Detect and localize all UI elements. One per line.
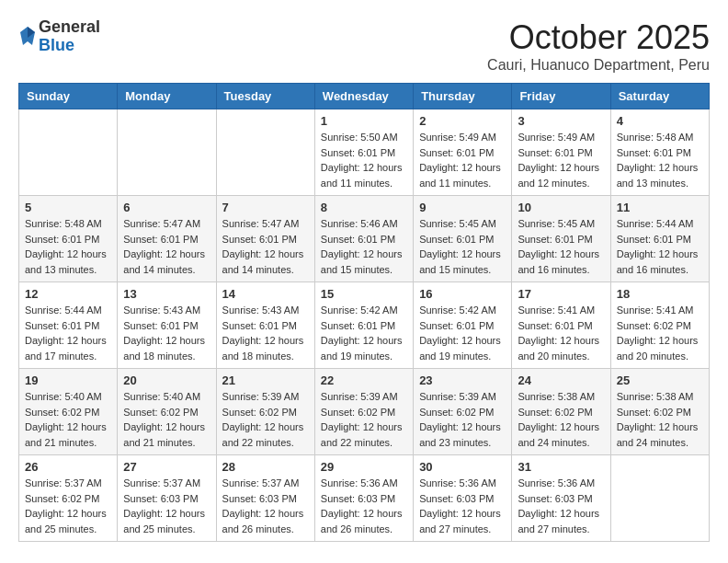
day-info: Sunrise: 5:48 AMSunset: 6:01 PMDaylight:… bbox=[25, 216, 111, 277]
calendar-cell: 9Sunrise: 5:45 AMSunset: 6:01 PMDaylight… bbox=[414, 196, 512, 282]
day-info: Sunrise: 5:42 AMSunset: 6:01 PMDaylight:… bbox=[419, 303, 506, 363]
calendar-cell: 7Sunrise: 5:47 AMSunset: 6:01 PMDaylight… bbox=[216, 196, 314, 282]
calendar-cell: 26Sunrise: 5:37 AMSunset: 6:02 PMDayligh… bbox=[19, 455, 118, 542]
day-number: 22 bbox=[321, 373, 407, 387]
calendar-week-2: 5Sunrise: 5:48 AMSunset: 6:01 PMDaylight… bbox=[19, 196, 710, 282]
day-number: 9 bbox=[419, 201, 506, 214]
calendar-header-friday: Friday bbox=[512, 84, 610, 109]
day-info: Sunrise: 5:37 AMSunset: 6:03 PMDaylight:… bbox=[222, 476, 309, 536]
calendar-cell: 3Sunrise: 5:49 AMSunset: 6:01 PMDaylight… bbox=[512, 109, 610, 196]
calendar-week-4: 19Sunrise: 5:40 AMSunset: 6:02 PMDayligh… bbox=[19, 369, 710, 455]
day-number: 1 bbox=[321, 114, 407, 128]
day-number: 19 bbox=[25, 373, 111, 387]
location-subtitle: Cauri, Huanuco Department, Peru bbox=[487, 57, 710, 74]
day-info: Sunrise: 5:37 AMSunset: 6:02 PMDaylight:… bbox=[25, 476, 111, 536]
day-info: Sunrise: 5:47 AMSunset: 6:01 PMDaylight:… bbox=[123, 216, 210, 277]
day-info: Sunrise: 5:50 AMSunset: 6:01 PMDaylight:… bbox=[321, 130, 407, 190]
day-info: Sunrise: 5:46 AMSunset: 6:01 PMDaylight:… bbox=[321, 216, 407, 277]
calendar-week-5: 26Sunrise: 5:37 AMSunset: 6:02 PMDayligh… bbox=[19, 455, 710, 542]
calendar-table: SundayMondayTuesdayWednesdayThursdayFrid… bbox=[18, 83, 710, 542]
calendar-cell: 19Sunrise: 5:40 AMSunset: 6:02 PMDayligh… bbox=[19, 369, 118, 455]
day-number: 14 bbox=[222, 287, 309, 301]
day-info: Sunrise: 5:43 AMSunset: 6:01 PMDaylight:… bbox=[123, 303, 210, 363]
logo: General Blue bbox=[18, 18, 100, 55]
day-number: 15 bbox=[321, 287, 407, 301]
day-number: 16 bbox=[419, 287, 506, 301]
day-number: 20 bbox=[123, 373, 210, 387]
day-info: Sunrise: 5:45 AMSunset: 6:01 PMDaylight:… bbox=[419, 216, 506, 277]
calendar-cell: 1Sunrise: 5:50 AMSunset: 6:01 PMDaylight… bbox=[314, 109, 413, 196]
day-info: Sunrise: 5:49 AMSunset: 6:01 PMDaylight:… bbox=[419, 130, 506, 190]
calendar-week-1: 1Sunrise: 5:50 AMSunset: 6:01 PMDaylight… bbox=[19, 109, 710, 196]
calendar-cell: 25Sunrise: 5:38 AMSunset: 6:02 PMDayligh… bbox=[610, 369, 709, 455]
calendar-cell: 12Sunrise: 5:44 AMSunset: 6:01 PMDayligh… bbox=[19, 282, 118, 369]
day-number: 2 bbox=[419, 114, 506, 128]
calendar-cell: 8Sunrise: 5:46 AMSunset: 6:01 PMDaylight… bbox=[314, 196, 413, 282]
month-title: October 2025 bbox=[487, 18, 710, 57]
day-number: 7 bbox=[222, 201, 309, 214]
day-info: Sunrise: 5:44 AMSunset: 6:01 PMDaylight:… bbox=[25, 303, 111, 363]
calendar-header-sunday: Sunday bbox=[19, 84, 118, 109]
calendar-week-3: 12Sunrise: 5:44 AMSunset: 6:01 PMDayligh… bbox=[19, 282, 710, 369]
day-info: Sunrise: 5:42 AMSunset: 6:01 PMDaylight:… bbox=[321, 303, 407, 363]
day-number: 23 bbox=[419, 373, 506, 387]
calendar-header-tuesday: Tuesday bbox=[216, 84, 314, 109]
calendar-cell bbox=[118, 109, 216, 196]
calendar-cell: 2Sunrise: 5:49 AMSunset: 6:01 PMDaylight… bbox=[414, 109, 512, 196]
day-info: Sunrise: 5:40 AMSunset: 6:02 PMDaylight:… bbox=[25, 389, 111, 450]
day-number: 6 bbox=[123, 201, 210, 214]
logo-blue-text: Blue bbox=[39, 37, 100, 55]
day-number: 31 bbox=[518, 460, 604, 474]
calendar-cell: 29Sunrise: 5:36 AMSunset: 6:03 PMDayligh… bbox=[314, 455, 413, 542]
calendar-cell: 22Sunrise: 5:39 AMSunset: 6:02 PMDayligh… bbox=[314, 369, 413, 455]
calendar-cell: 10Sunrise: 5:45 AMSunset: 6:01 PMDayligh… bbox=[512, 196, 610, 282]
logo-icon bbox=[18, 25, 37, 47]
day-number: 10 bbox=[518, 201, 604, 214]
calendar-body: 1Sunrise: 5:50 AMSunset: 6:01 PMDaylight… bbox=[19, 109, 710, 542]
calendar-cell: 14Sunrise: 5:43 AMSunset: 6:01 PMDayligh… bbox=[216, 282, 314, 369]
calendar-cell: 4Sunrise: 5:48 AMSunset: 6:01 PMDaylight… bbox=[610, 109, 709, 196]
calendar-cell: 6Sunrise: 5:47 AMSunset: 6:01 PMDaylight… bbox=[118, 196, 216, 282]
day-number: 17 bbox=[518, 287, 604, 301]
day-number: 5 bbox=[25, 201, 111, 214]
day-number: 4 bbox=[617, 114, 703, 128]
calendar-cell: 31Sunrise: 5:36 AMSunset: 6:03 PMDayligh… bbox=[512, 455, 610, 542]
day-number: 11 bbox=[617, 201, 703, 214]
calendar-cell bbox=[19, 109, 118, 196]
day-number: 3 bbox=[518, 114, 604, 128]
day-number: 29 bbox=[321, 460, 407, 474]
day-number: 28 bbox=[222, 460, 309, 474]
page-header: General Blue October 2025 Cauri, Huanuco… bbox=[18, 18, 710, 74]
day-info: Sunrise: 5:45 AMSunset: 6:01 PMDaylight:… bbox=[518, 216, 604, 277]
calendar-cell: 28Sunrise: 5:37 AMSunset: 6:03 PMDayligh… bbox=[216, 455, 314, 542]
day-number: 13 bbox=[123, 287, 210, 301]
calendar-cell: 24Sunrise: 5:38 AMSunset: 6:02 PMDayligh… bbox=[512, 369, 610, 455]
day-number: 8 bbox=[321, 201, 407, 214]
day-info: Sunrise: 5:36 AMSunset: 6:03 PMDaylight:… bbox=[419, 476, 506, 536]
calendar-header-wednesday: Wednesday bbox=[314, 84, 413, 109]
day-number: 30 bbox=[419, 460, 506, 474]
day-info: Sunrise: 5:49 AMSunset: 6:01 PMDaylight:… bbox=[518, 130, 604, 190]
day-number: 25 bbox=[617, 373, 703, 387]
day-info: Sunrise: 5:44 AMSunset: 6:01 PMDaylight:… bbox=[617, 216, 703, 277]
day-number: 12 bbox=[25, 287, 111, 301]
calendar-cell: 30Sunrise: 5:36 AMSunset: 6:03 PMDayligh… bbox=[414, 455, 512, 542]
day-info: Sunrise: 5:48 AMSunset: 6:01 PMDaylight:… bbox=[617, 130, 703, 190]
day-info: Sunrise: 5:43 AMSunset: 6:01 PMDaylight:… bbox=[222, 303, 309, 363]
calendar-header-thursday: Thursday bbox=[414, 84, 512, 109]
day-info: Sunrise: 5:38 AMSunset: 6:02 PMDaylight:… bbox=[617, 389, 703, 450]
day-info: Sunrise: 5:36 AMSunset: 6:03 PMDaylight:… bbox=[321, 476, 407, 536]
calendar-cell bbox=[610, 455, 709, 542]
calendar-header-row: SundayMondayTuesdayWednesdayThursdayFrid… bbox=[19, 84, 710, 109]
calendar-cell: 20Sunrise: 5:40 AMSunset: 6:02 PMDayligh… bbox=[118, 369, 216, 455]
day-info: Sunrise: 5:40 AMSunset: 6:02 PMDaylight:… bbox=[123, 389, 210, 450]
day-number: 21 bbox=[222, 373, 309, 387]
calendar-header-monday: Monday bbox=[118, 84, 216, 109]
calendar-cell: 5Sunrise: 5:48 AMSunset: 6:01 PMDaylight… bbox=[19, 196, 118, 282]
calendar-cell: 18Sunrise: 5:41 AMSunset: 6:02 PMDayligh… bbox=[610, 282, 709, 369]
day-info: Sunrise: 5:47 AMSunset: 6:01 PMDaylight:… bbox=[222, 216, 309, 277]
day-number: 24 bbox=[518, 373, 604, 387]
calendar-cell bbox=[216, 109, 314, 196]
calendar-cell: 27Sunrise: 5:37 AMSunset: 6:03 PMDayligh… bbox=[118, 455, 216, 542]
day-number: 27 bbox=[123, 460, 210, 474]
